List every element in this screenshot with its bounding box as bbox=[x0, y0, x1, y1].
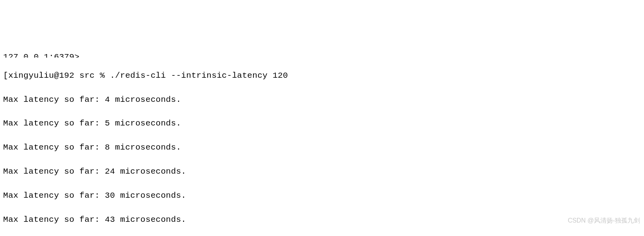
prompt-user: xingyuliu@192 bbox=[8, 71, 74, 80]
watermark-text: CSDN @风清扬-独孤九剑 bbox=[568, 216, 640, 225]
prompt-dir: src bbox=[80, 71, 95, 80]
partial-line-top: 127.0.0.1:6379> bbox=[3, 53, 641, 58]
latency-line: Max latency so far: 5 microseconds. bbox=[3, 118, 641, 129]
terminal-output[interactable]: 127.0.0.1:6379> [xingyuliu@192 src % ./r… bbox=[3, 48, 641, 236]
latency-line: Max latency so far: 8 microseconds. bbox=[3, 142, 641, 154]
prompt-symbol: % bbox=[100, 71, 105, 80]
latency-line: Max latency so far: 4 microseconds. bbox=[3, 94, 641, 106]
prompt-line: [xingyuliu@192 src % ./redis-cli --intri… bbox=[3, 70, 641, 82]
latency-line: Max latency so far: 30 microseconds. bbox=[3, 190, 641, 202]
latency-line: Max latency so far: 43 microseconds. bbox=[3, 214, 641, 226]
latency-line: Max latency so far: 24 microseconds. bbox=[3, 166, 641, 178]
command-text: ./redis-cli --intrinsic-latency 120 bbox=[110, 71, 288, 80]
